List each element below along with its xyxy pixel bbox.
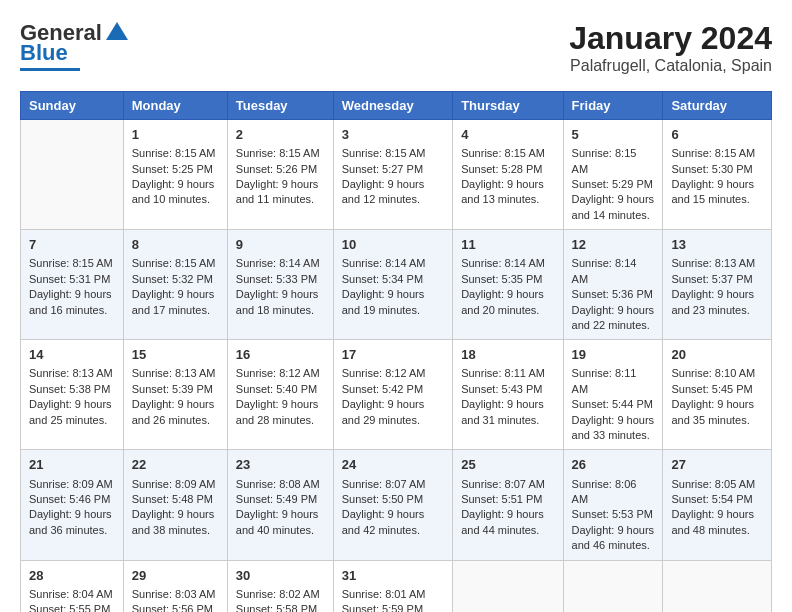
daylight-text: Daylight: 9 hours and 33 minutes. [572,414,655,441]
sunrise-text: Sunrise: 8:14 AM [572,257,637,284]
day-number: 10 [342,236,444,254]
daylight-text: Daylight: 9 hours and 23 minutes. [671,288,754,315]
sunset-text: Sunset: 5:51 PM [461,493,542,505]
daylight-text: Daylight: 9 hours and 29 minutes. [342,398,425,425]
calendar-cell [663,560,772,612]
page-header: General Blue January 2024 Palafrugell, C… [20,20,772,75]
sunset-text: Sunset: 5:35 PM [461,273,542,285]
day-number: 28 [29,567,115,585]
day-number: 22 [132,456,219,474]
sunrise-text: Sunrise: 8:12 AM [236,367,320,379]
sunrise-text: Sunrise: 8:13 AM [671,257,755,269]
day-number: 20 [671,346,763,364]
sunset-text: Sunset: 5:33 PM [236,273,317,285]
calendar-cell: 17 Sunrise: 8:12 AM Sunset: 5:42 PM Dayl… [333,340,452,450]
daylight-text: Daylight: 9 hours and 20 minutes. [461,288,544,315]
day-number: 12 [572,236,655,254]
calendar-cell [21,120,124,230]
sunset-text: Sunset: 5:42 PM [342,383,423,395]
daylight-text: Daylight: 9 hours and 12 minutes. [342,178,425,205]
daylight-text: Daylight: 9 hours and 25 minutes. [29,398,112,425]
sunset-text: Sunset: 5:56 PM [132,603,213,612]
sunrise-text: Sunrise: 8:14 AM [461,257,545,269]
calendar-cell: 22 Sunrise: 8:09 AM Sunset: 5:48 PM Dayl… [123,450,227,560]
calendar-cell: 18 Sunrise: 8:11 AM Sunset: 5:43 PM Dayl… [453,340,563,450]
daylight-text: Daylight: 9 hours and 14 minutes. [572,193,655,220]
sunrise-text: Sunrise: 8:15 AM [132,147,216,159]
day-number: 11 [461,236,554,254]
daylight-text: Daylight: 9 hours and 10 minutes. [132,178,215,205]
day-number: 1 [132,126,219,144]
calendar-cell: 14 Sunrise: 8:13 AM Sunset: 5:38 PM Dayl… [21,340,124,450]
sunset-text: Sunset: 5:59 PM [342,603,423,612]
week-row-3: 21 Sunrise: 8:09 AM Sunset: 5:46 PM Dayl… [21,450,772,560]
sunset-text: Sunset: 5:38 PM [29,383,110,395]
sunrise-text: Sunrise: 8:09 AM [29,478,113,490]
daylight-text: Daylight: 9 hours and 16 minutes. [29,288,112,315]
sunset-text: Sunset: 5:44 PM [572,398,653,410]
sunrise-text: Sunrise: 8:04 AM [29,588,113,600]
header-cell-sunday: Sunday [21,92,124,120]
week-row-2: 14 Sunrise: 8:13 AM Sunset: 5:38 PM Dayl… [21,340,772,450]
day-number: 4 [461,126,554,144]
sunset-text: Sunset: 5:32 PM [132,273,213,285]
sunset-text: Sunset: 5:28 PM [461,163,542,175]
sunrise-text: Sunrise: 8:15 AM [572,147,637,174]
day-number: 13 [671,236,763,254]
sunrise-text: Sunrise: 8:11 AM [461,367,545,379]
day-number: 19 [572,346,655,364]
day-number: 8 [132,236,219,254]
calendar-cell: 30 Sunrise: 8:02 AM Sunset: 5:58 PM Dayl… [227,560,333,612]
svg-marker-0 [106,22,128,40]
sunrise-text: Sunrise: 8:15 AM [461,147,545,159]
week-row-0: 1 Sunrise: 8:15 AM Sunset: 5:25 PM Dayli… [21,120,772,230]
daylight-text: Daylight: 9 hours and 36 minutes. [29,508,112,535]
day-number: 14 [29,346,115,364]
calendar-cell: 28 Sunrise: 8:04 AM Sunset: 5:55 PM Dayl… [21,560,124,612]
day-number: 18 [461,346,554,364]
calendar-cell: 8 Sunrise: 8:15 AM Sunset: 5:32 PM Dayli… [123,230,227,340]
calendar-cell: 24 Sunrise: 8:07 AM Sunset: 5:50 PM Dayl… [333,450,452,560]
calendar-cell: 16 Sunrise: 8:12 AM Sunset: 5:40 PM Dayl… [227,340,333,450]
header-row: SundayMondayTuesdayWednesdayThursdayFrid… [21,92,772,120]
sunset-text: Sunset: 5:50 PM [342,493,423,505]
sunrise-text: Sunrise: 8:01 AM [342,588,426,600]
day-number: 5 [572,126,655,144]
sunset-text: Sunset: 5:26 PM [236,163,317,175]
calendar-cell: 23 Sunrise: 8:08 AM Sunset: 5:49 PM Dayl… [227,450,333,560]
sunset-text: Sunset: 5:45 PM [671,383,752,395]
sunrise-text: Sunrise: 8:08 AM [236,478,320,490]
page-subtitle: Palafrugell, Catalonia, Spain [569,57,772,75]
sunrise-text: Sunrise: 8:14 AM [236,257,320,269]
header-cell-monday: Monday [123,92,227,120]
sunrise-text: Sunrise: 8:05 AM [671,478,755,490]
sunset-text: Sunset: 5:46 PM [29,493,110,505]
calendar-cell: 1 Sunrise: 8:15 AM Sunset: 5:25 PM Dayli… [123,120,227,230]
calendar-cell: 7 Sunrise: 8:15 AM Sunset: 5:31 PM Dayli… [21,230,124,340]
daylight-text: Daylight: 9 hours and 48 minutes. [671,508,754,535]
calendar-cell: 10 Sunrise: 8:14 AM Sunset: 5:34 PM Dayl… [333,230,452,340]
calendar-cell: 19 Sunrise: 8:11 AM Sunset: 5:44 PM Dayl… [563,340,663,450]
calendar-cell: 13 Sunrise: 8:13 AM Sunset: 5:37 PM Dayl… [663,230,772,340]
daylight-text: Daylight: 9 hours and 42 minutes. [342,508,425,535]
daylight-text: Daylight: 9 hours and 18 minutes. [236,288,319,315]
logo: General Blue [20,20,128,71]
daylight-text: Daylight: 9 hours and 22 minutes. [572,304,655,331]
sunrise-text: Sunrise: 8:14 AM [342,257,426,269]
daylight-text: Daylight: 9 hours and 31 minutes. [461,398,544,425]
sunset-text: Sunset: 5:48 PM [132,493,213,505]
day-number: 2 [236,126,325,144]
sunset-text: Sunset: 5:55 PM [29,603,110,612]
day-number: 3 [342,126,444,144]
sunrise-text: Sunrise: 8:15 AM [132,257,216,269]
sunset-text: Sunset: 5:31 PM [29,273,110,285]
daylight-text: Daylight: 9 hours and 19 minutes. [342,288,425,315]
calendar-cell: 2 Sunrise: 8:15 AM Sunset: 5:26 PM Dayli… [227,120,333,230]
week-row-4: 28 Sunrise: 8:04 AM Sunset: 5:55 PM Dayl… [21,560,772,612]
calendar-cell: 3 Sunrise: 8:15 AM Sunset: 5:27 PM Dayli… [333,120,452,230]
day-number: 17 [342,346,444,364]
sunset-text: Sunset: 5:43 PM [461,383,542,395]
calendar-cell: 4 Sunrise: 8:15 AM Sunset: 5:28 PM Dayli… [453,120,563,230]
header-cell-saturday: Saturday [663,92,772,120]
sunrise-text: Sunrise: 8:07 AM [342,478,426,490]
